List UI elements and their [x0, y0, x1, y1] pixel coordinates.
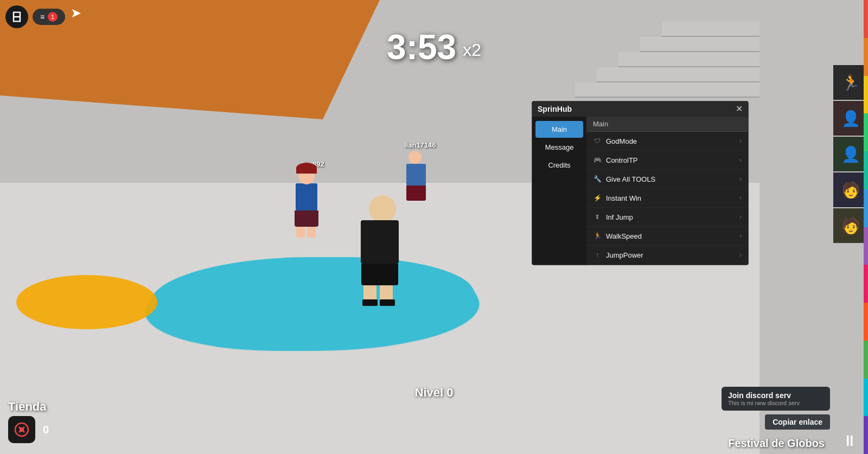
menu-item-arrow-controltp: › [739, 156, 742, 164]
sprinhub-menu-list: 🛡 GodMode › 🎮 ControlTP › 🔧 Give All TOO… [586, 132, 748, 265]
color-bar-segment [864, 0, 868, 38]
menu-item-icon-give_all_tools: 🔧 [593, 175, 602, 183]
menu-item-icon-godmode: 🛡 [593, 137, 602, 145]
menu-item-arrow-instant_win: › [739, 194, 742, 202]
sprinhub-sidebar: Main Message Credits [532, 117, 586, 265]
festival-label: Festival de Globos [728, 437, 825, 450]
menu-button[interactable]: ≡ 1 [33, 9, 65, 25]
menu-item-icon-instant_win: ⚡ [593, 194, 602, 202]
menu-item-label-instant_win: Instant Win [606, 194, 735, 202]
svg-rect-1 [14, 13, 20, 16]
tab-credits[interactable]: Credits [532, 157, 586, 174]
menu-item-arrow-godmode: › [739, 137, 742, 145]
tab-message[interactable]: Message [532, 139, 586, 156]
tienda-count: 0 [43, 424, 49, 436]
roblox-logo-button[interactable] [5, 5, 28, 28]
color-bar-segment [864, 113, 868, 151]
player-tag-2: lian17146 [404, 141, 436, 149]
discord-popup: Join discord serv This is mi new discord… [722, 387, 830, 411]
sprinhub-menu-item-inf_jump[interactable]: ⬆ Inf Jump › [586, 208, 748, 227]
tienda-button[interactable] [8, 416, 35, 443]
menu-item-arrow-give_all_tools: › [739, 175, 742, 183]
avatar-3[interactable]: 👤 [833, 137, 868, 171]
menu-item-arrow-jump_power: › [739, 251, 742, 259]
avatar-4[interactable]: 🧑 [833, 172, 868, 207]
menu-item-label-jump_power: JumpPower [606, 251, 735, 259]
color-bar-segment [864, 341, 868, 379]
game-background: ikw892 lian17146 [0, 0, 868, 454]
discord-title: Join discord serv [728, 391, 824, 400]
top-left-hud: ≡ 1 ➤ [5, 5, 65, 28]
menu-item-label-give_all_tools: Give All TOOLS [606, 175, 735, 183]
notification-badge: 1 [48, 12, 58, 22]
menu-item-icon-jump_power: ↑ [593, 251, 602, 259]
pause-button[interactable]: ⏸ [842, 432, 857, 450]
sprinhub-menu-item-give_all_tools[interactable]: 🔧 Give All TOOLS › [586, 170, 748, 189]
color-bar-segment [864, 379, 868, 417]
timer-value: 3:53 [387, 27, 456, 67]
tab-main[interactable]: Main [535, 121, 583, 138]
color-bar-segment [864, 303, 868, 341]
timer-multiplier: x2 [463, 40, 481, 60]
menu-item-icon-controltp: 🎮 [593, 156, 602, 164]
discord-subtitle: This is mi new discord serv [728, 400, 824, 406]
level-text: Nivel 0 [415, 386, 454, 400]
sprinhub-menu-item-controltp[interactable]: 🎮 ControlTP › [586, 151, 748, 170]
orange-glow [16, 275, 157, 329]
menu-item-arrow-walkspeed: › [739, 232, 742, 240]
sprinhub-menu-item-walkspeed[interactable]: 🏃 WalkSpeed › [586, 227, 748, 246]
color-bar-segment [864, 76, 868, 114]
menu-item-label-controltp: ControlTP [606, 156, 735, 164]
menu-item-label-walkspeed: WalkSpeed [606, 232, 735, 240]
right-avatars-panel: 🏃 👤 👤 🧑 🧑 [833, 65, 868, 243]
menu-item-icon-inf_jump: ⬆ [593, 213, 602, 221]
menu-item-label-godmode: GodMode [606, 137, 735, 145]
color-bar-segment [864, 227, 868, 265]
svg-rect-2 [14, 17, 20, 21]
color-bar-segment [864, 189, 868, 227]
sprinhub-panel: SprinHub ✕ Main Message Credits Main 🛡 G… [532, 101, 749, 265]
avatar-1[interactable]: 🏃 [833, 65, 868, 100]
sprinhub-menu-item-instant_win[interactable]: ⚡ Instant Win › [586, 189, 748, 208]
sprinhub-content-header: Main [586, 117, 748, 132]
color-bar [864, 0, 868, 454]
sprinhub-titlebar: SprinHub ✕ [532, 101, 748, 117]
copy-link-button[interactable]: Copiar enlace [765, 414, 830, 430]
sprinhub-content: Main 🛡 GodMode › 🎮 ControlTP › 🔧 Give Al… [586, 117, 748, 265]
menu-item-arrow-inf_jump: › [739, 213, 742, 221]
tienda-label: Tienda [8, 400, 47, 414]
color-bar-segment [864, 416, 868, 454]
color-bar-segment [864, 38, 868, 76]
sprinhub-menu-item-godmode[interactable]: 🛡 GodMode › [586, 132, 748, 151]
tienda-section: Tienda 0 [8, 400, 49, 443]
color-bar-segment [864, 265, 868, 303]
avatar-2[interactable]: 👤 [833, 101, 868, 136]
sprinhub-body: Main Message Credits Main 🛡 GodMode › 🎮 … [532, 117, 748, 265]
menu-item-icon-walkspeed: 🏃 [593, 232, 602, 240]
timer-display: 3:53 x2 [387, 27, 481, 67]
color-bar-segment [864, 151, 868, 189]
player-tag-1: ikw892 [301, 160, 324, 168]
menu-icon: ≡ [40, 12, 44, 21]
back-arrow-icon[interactable]: ➤ [71, 5, 81, 21]
sprinhub-menu-item-jump_power[interactable]: ↑ JumpPower › [586, 246, 748, 265]
sprinhub-close-button[interactable]: ✕ [736, 105, 743, 113]
svg-point-6 [20, 427, 24, 432]
sprinhub-title: SprinHub [538, 105, 572, 113]
menu-item-label-inf_jump: Inf Jump [606, 213, 735, 221]
avatar-5[interactable]: 🧑 [833, 208, 868, 243]
